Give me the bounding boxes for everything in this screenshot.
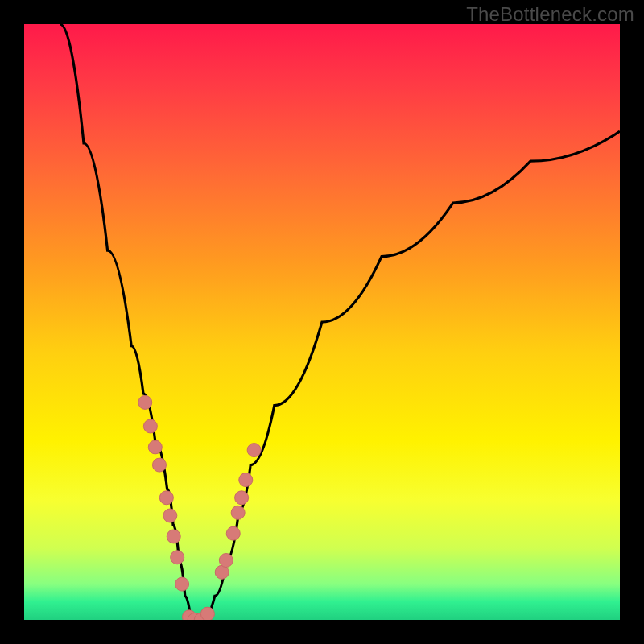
gradient-plot-area xyxy=(24,24,620,620)
watermark-text: TheBottleneck.com xyxy=(466,3,634,26)
